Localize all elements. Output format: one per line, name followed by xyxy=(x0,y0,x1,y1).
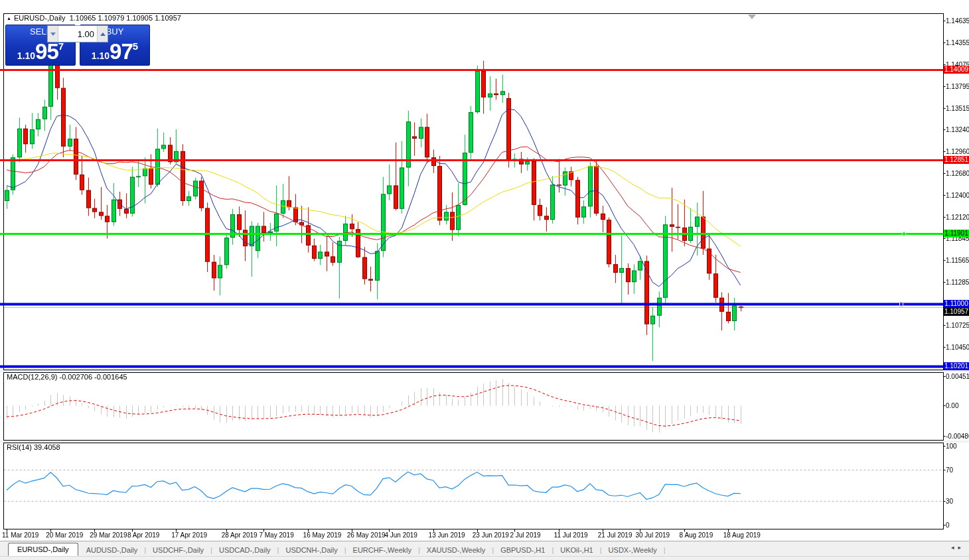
price-tick-label: 1.14355 xyxy=(946,39,969,46)
scroll-right-icon: ▸ xyxy=(958,544,965,551)
price-tick-label: 1.12680 xyxy=(946,170,969,177)
price-tick-label: 1.13240 xyxy=(946,126,969,133)
symbol-tab-eurusd-daily[interactable]: EURUSD-,Daily xyxy=(8,543,78,556)
macd-tick-label: 0.004517 xyxy=(946,373,969,380)
status-strip xyxy=(0,556,969,560)
symbol-tab-gbpusd-h1[interactable]: GBPUSD-,H1 xyxy=(494,544,552,556)
date-tick-label: 26 May 2019 xyxy=(347,531,386,539)
price-tick-label: 1.11565 xyxy=(946,257,969,264)
mt4-terminal-window: H4D1W1MN ▲EURUSD-,Daily 1.10965 1.10979 … xyxy=(0,0,969,560)
symbol-tab-usdchf-daily[interactable]: USDCHF-,Daily xyxy=(146,544,210,556)
date-tick-label: 11 Mar 2019 xyxy=(2,531,38,539)
one-click-trading-panel: SELL 1.10957 BUY 1.10975 xyxy=(5,25,150,66)
volume-increase-button[interactable] xyxy=(97,26,108,42)
symbol-tab-ukoil-h1[interactable]: UKOil-,H1 xyxy=(554,544,600,556)
price-tick-label: 1.10450 xyxy=(946,344,969,351)
price-tick-label: 1.13515 xyxy=(946,105,969,112)
date-tick-label: 21 Jul 2019 xyxy=(598,531,633,539)
rsi-value: 39.4058 xyxy=(34,443,60,451)
tab-separator: | xyxy=(664,546,666,556)
date-tick-label: 8 Apr 2019 xyxy=(127,531,159,539)
chart-title: ▲EURUSD-,Daily 1.10965 1.10979 1.10905 1… xyxy=(7,14,181,22)
collapse-panel-icon[interactable]: ▲ xyxy=(7,16,11,21)
date-tick-label: 17 Apr 2019 xyxy=(171,531,207,539)
hline-price-badge: 1.14009 xyxy=(944,66,969,74)
symbol-tab-xauusd-weekly[interactable]: XAUUSD-,Weekly xyxy=(420,544,492,556)
macd-main-value: -0.002706 xyxy=(59,373,92,381)
date-tick-label: 20 Mar 2019 xyxy=(46,531,83,539)
tab-scroll-arrows[interactable]: ◂▸ xyxy=(951,544,965,551)
date-tick-label: 30 Jul 2019 xyxy=(635,531,670,539)
sell-price: 1.10957 xyxy=(6,39,75,64)
current-price-badge: 1.10957 xyxy=(944,308,969,316)
date-tick-label: 2 Jul 2019 xyxy=(510,531,540,539)
volume-input[interactable] xyxy=(58,26,97,42)
symbol-tab-eurchf-weekly[interactable]: EURCHF-,Weekly xyxy=(346,544,418,556)
date-tick-label: 16 May 2019 xyxy=(303,531,342,539)
arrow-down-icon xyxy=(50,33,56,36)
price-tick-label: 1.11285 xyxy=(946,279,969,286)
date-tick-label: 13 Jun 2019 xyxy=(429,531,465,539)
scroll-left-icon: ◂ xyxy=(951,544,958,551)
rsi-tick-label: 70 xyxy=(946,466,953,474)
macd-tick-label: 0.00 xyxy=(946,402,958,409)
date-tick-label: 18 Aug 2019 xyxy=(723,531,761,539)
arrow-up-icon xyxy=(100,33,106,36)
price-chart-canvas[interactable] xyxy=(0,0,969,560)
symbol-tab-bar: EURUSD-,DailyAUDUSD-,Daily|USDCHF-,Daily… xyxy=(0,541,969,556)
buy-price: 1.10975 xyxy=(80,39,149,64)
price-tick-label: 1.12400 xyxy=(946,192,969,199)
rsi-indicator-label: RSI(14) 39.4058 xyxy=(7,443,60,451)
price-tick-label: 1.12960 xyxy=(946,148,969,155)
hline-price-badge: 1.12851 xyxy=(944,156,969,164)
hline-price-badge: 1.11000 xyxy=(944,300,969,308)
date-tick-label: 4 Jun 2019 xyxy=(384,531,417,539)
date-tick-label: 7 May 2019 xyxy=(259,531,293,539)
symbol-tab-usdx-weekly[interactable]: USDX-,Weekly xyxy=(602,544,664,556)
date-tick-label: 8 Aug 2019 xyxy=(680,531,713,539)
macd-indicator-label: MACD(12,26,9) -0.002706 -0.001645 xyxy=(7,373,127,381)
hline-price-badge: 1.10201 xyxy=(944,362,969,370)
chart-ohlc-values: 1.10965 1.10979 1.10905 1.10957 xyxy=(70,14,181,22)
price-tick-label: 1.13795 xyxy=(946,83,969,90)
volume-control xyxy=(47,25,108,42)
volume-decrease-button[interactable] xyxy=(48,26,58,42)
date-tick-label: 11 Jul 2019 xyxy=(554,531,588,539)
price-tick-label: 1.14635 xyxy=(946,17,969,25)
rsi-tick-label: 100 xyxy=(946,443,957,450)
hline-price-badge: 1.11901 xyxy=(944,230,969,238)
price-tick-label: 1.10725 xyxy=(946,322,969,329)
macd-tick-label: -0.004806 xyxy=(946,433,969,440)
date-tick-label: 28 Apr 2019 xyxy=(222,531,258,539)
symbol-tab-usdcad-daily[interactable]: USDCAD-,Daily xyxy=(212,544,277,556)
symbol-tab-usdcnh-daily[interactable]: USDCNH-,Daily xyxy=(279,544,344,556)
price-tick-label: 1.12120 xyxy=(946,214,969,221)
chart-symbol-period: EURUSD-,Daily xyxy=(14,14,66,22)
date-tick-label: 23 Jun 2019 xyxy=(473,531,509,539)
rsi-tick-label: 0 xyxy=(946,522,950,529)
rsi-tick-label: 30 xyxy=(946,498,953,505)
date-tick-label: 29 Mar 2019 xyxy=(90,531,127,539)
macd-signal-value: -0.001645 xyxy=(94,373,127,381)
symbol-tab-audusd-daily[interactable]: AUDUSD-,Daily xyxy=(80,544,145,556)
